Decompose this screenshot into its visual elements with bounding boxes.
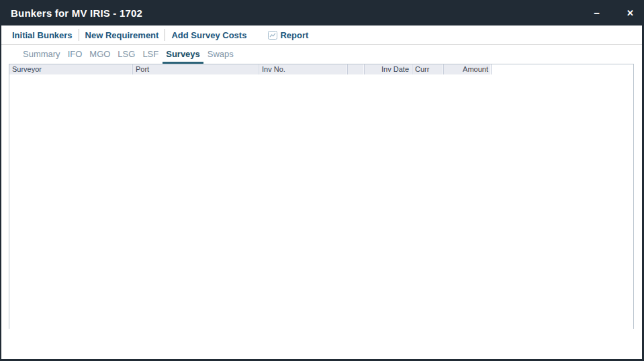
new-requirement-button[interactable]: New Requirement — [85, 30, 159, 40]
close-icon[interactable]: ✕ — [627, 9, 634, 17]
add-survey-costs-button[interactable]: Add Survey Costs — [171, 30, 246, 40]
line-chart-icon — [268, 31, 277, 40]
tab-bar: Summary IFO MGO LSG LSF Surveys Swaps — [1, 46, 642, 64]
title-bar: Bunkers for MV IRIS - 1702 − ✕ — [0, 0, 644, 25]
column-header-inv-no[interactable]: Inv No. — [259, 64, 348, 74]
grid-body-empty[interactable] — [9, 74, 633, 329]
column-header-amount[interactable]: Amount — [444, 64, 492, 74]
report-button-label: Report — [280, 30, 308, 40]
tab-lsf[interactable]: LSF — [139, 46, 162, 64]
tab-surveys[interactable]: Surveys — [163, 46, 203, 64]
bunkers-window: Bunkers for MV IRIS - 1702 − ✕ Initial B… — [0, 0, 644, 361]
grid-header-row: Surveyor Port Inv No. Inv Date Curr Amou… — [9, 64, 633, 74]
window-border-left — [0, 0, 1, 361]
tab-summary[interactable]: Summary — [19, 46, 64, 64]
surveys-grid-panel: Surveyor Port Inv No. Inv Date Curr Amou… — [9, 64, 634, 329]
minimize-icon[interactable]: − — [594, 8, 600, 18]
tab-lsg[interactable]: LSG — [114, 46, 138, 64]
window-controls: − ✕ — [594, 8, 634, 18]
column-header-surveyor[interactable]: Surveyor — [9, 64, 133, 74]
column-header-spacer — [348, 64, 365, 74]
toolbar: Initial Bunkers New Requirement Add Surv… — [1, 25, 642, 45]
column-header-port[interactable]: Port — [133, 64, 259, 74]
toolbar-separator — [79, 29, 79, 41]
column-header-curr[interactable]: Curr — [412, 64, 444, 74]
toolbar-separator — [165, 29, 165, 41]
tab-swaps[interactable]: Swaps — [204, 46, 237, 64]
tab-ifo[interactable]: IFO — [64, 46, 86, 64]
initial-bunkers-button[interactable]: Initial Bunkers — [12, 30, 73, 40]
tab-mgo[interactable]: MGO — [86, 46, 113, 64]
report-button[interactable]: Report — [268, 30, 308, 40]
column-header-inv-date[interactable]: Inv Date — [365, 64, 412, 74]
window-title: Bunkers for MV IRIS - 1702 — [11, 7, 594, 19]
